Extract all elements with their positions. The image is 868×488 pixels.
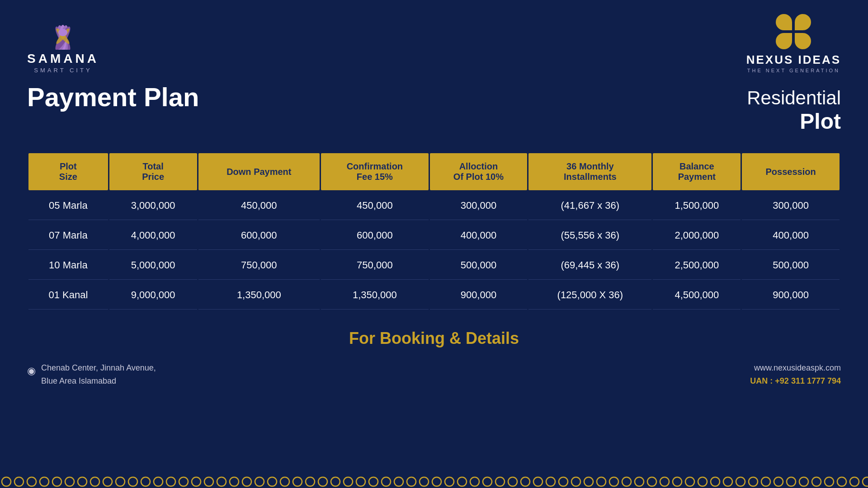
table-header-row: PlotSize TotalPrice Down Payment Confirm… (28, 153, 840, 190)
table-cell-2-4: 500,000 (430, 251, 528, 280)
table-cell-2-2: 750,000 (198, 251, 320, 280)
col-confirmation-fee: ConfirmationFee 15% (321, 153, 428, 190)
nexus-brand-text: NEXUS IDEAS (746, 53, 841, 67)
col-installments: 36 MonthlyInstallments (528, 153, 651, 190)
address-text: Chenab Center, Jinnah Avenue, Blue Area … (41, 361, 156, 388)
address-line1: Chenab Center, Jinnah Avenue, (41, 361, 156, 375)
nexus-squares-icon (776, 14, 811, 49)
address-line2: Blue Area Islamabad (41, 375, 156, 388)
table-cell-0-6: 1,500,000 (653, 192, 741, 220)
table-cell-3-0: 01 Kanal (28, 281, 108, 310)
table-cell-1-3: 600,000 (321, 221, 428, 250)
title-area: Payment Plan Residential Plot (0, 78, 868, 147)
table-cell-2-7: 500,000 (742, 251, 840, 280)
table-cell-1-6: 2,000,000 (653, 221, 741, 250)
website-text: www.nexusideaspk.com (750, 361, 841, 375)
table-row: 10 Marla5,000,000750,000750,000500,000(6… (28, 251, 840, 280)
footer-booking-text: For Booking & Details (0, 329, 868, 348)
table-cell-1-7: 400,000 (742, 221, 840, 250)
table-row: 05 Marla3,000,000450,000450,000300,000(4… (28, 192, 840, 220)
table-cell-2-0: 10 Marla (28, 251, 108, 280)
col-possession: Possession (742, 153, 840, 190)
table-row: 01 Kanal9,000,0001,350,0001,350,000900,0… (28, 281, 840, 310)
samana-flower-icon (36, 14, 90, 50)
table-cell-0-0: 05 Marla (28, 192, 108, 220)
table-cell-1-5: (55,556 x 36) (528, 221, 651, 250)
contact-block: www.nexusideaspk.com UAN : +92 311 1777 … (750, 361, 841, 388)
table-cell-3-4: 900,000 (430, 281, 528, 310)
table-cell-2-6: 2,500,000 (653, 251, 741, 280)
samana-logo: SAMANA SMART CITY (27, 14, 99, 74)
uan-label: UAN : (750, 376, 775, 385)
booking-details-text: Booking & Details (380, 329, 519, 347)
footer-bottom: ◉ Chenab Center, Jinnah Avenue, Blue Are… (0, 352, 868, 392)
table-cell-0-5: (41,667 x 36) (528, 192, 651, 220)
nexus-sub-text: THE NEXT GENERATION (747, 68, 840, 73)
table-cell-3-6: 4,500,000 (653, 281, 741, 310)
table-cell-0-2: 450,000 (198, 192, 320, 220)
bottom-decorative-border (0, 475, 868, 488)
nexus-logo: NEXUS IDEAS THE NEXT GENERATION (746, 14, 841, 73)
plot-text: Plot (747, 109, 841, 134)
residential-text: Residential (747, 87, 841, 108)
table-cell-2-1: 5,000,000 (109, 251, 197, 280)
samana-sub-text: SMART CITY (34, 67, 92, 74)
table-cell-3-3: 1,350,000 (321, 281, 428, 310)
col-down-payment: Down Payment (198, 153, 320, 190)
page-title: Payment Plan (27, 83, 199, 112)
table-cell-1-2: 600,000 (198, 221, 320, 250)
header: SAMANA SMART CITY NEXUS IDEAS THE NEXT G… (0, 0, 868, 78)
table-cell-3-5: (125,000 X 36) (528, 281, 651, 310)
location-icon: ◉ (27, 363, 36, 379)
table-cell-0-3: 450,000 (321, 192, 428, 220)
payment-plan-table: PlotSize TotalPrice Down Payment Confirm… (27, 152, 841, 311)
nexus-sq-4 (795, 33, 811, 49)
table-row: 07 Marla4,000,000600,000600,000400,000(5… (28, 221, 840, 250)
payment-table-container: PlotSize TotalPrice Down Payment Confirm… (0, 152, 868, 311)
table-cell-0-7: 300,000 (742, 192, 840, 220)
col-balance: BalancePayment (653, 153, 741, 190)
table-cell-1-4: 400,000 (430, 221, 528, 250)
table-cell-3-7: 900,000 (742, 281, 840, 310)
table-cell-0-1: 3,000,000 (109, 192, 197, 220)
table-cell-2-5: (69,445 x 36) (528, 251, 651, 280)
samana-brand-text: SAMANA (27, 52, 99, 66)
uan-number: +92 311 1777 794 (775, 376, 841, 385)
residential-plot-title: Residential Plot (747, 83, 841, 134)
table-cell-0-4: 300,000 (430, 192, 528, 220)
table-cell-3-2: 1,350,000 (198, 281, 320, 310)
table-cell-1-1: 4,000,000 (109, 221, 197, 250)
nexus-sq-1 (776, 14, 792, 30)
col-plot-size: PlotSize (28, 153, 108, 190)
nexus-sq-2 (795, 14, 811, 30)
table-cell-3-1: 9,000,000 (109, 281, 197, 310)
table-cell-2-3: 750,000 (321, 251, 428, 280)
col-total-price: TotalPrice (109, 153, 197, 190)
svg-point-7 (58, 29, 67, 36)
for-text: For (349, 329, 380, 347)
address-block: ◉ Chenab Center, Jinnah Avenue, Blue Are… (27, 361, 156, 388)
uan-block: UAN : +92 311 1777 794 (750, 375, 841, 388)
nexus-sq-3 (776, 33, 792, 49)
table-cell-1-0: 07 Marla (28, 221, 108, 250)
col-allocation: AlloctionOf Plot 10% (430, 153, 528, 190)
